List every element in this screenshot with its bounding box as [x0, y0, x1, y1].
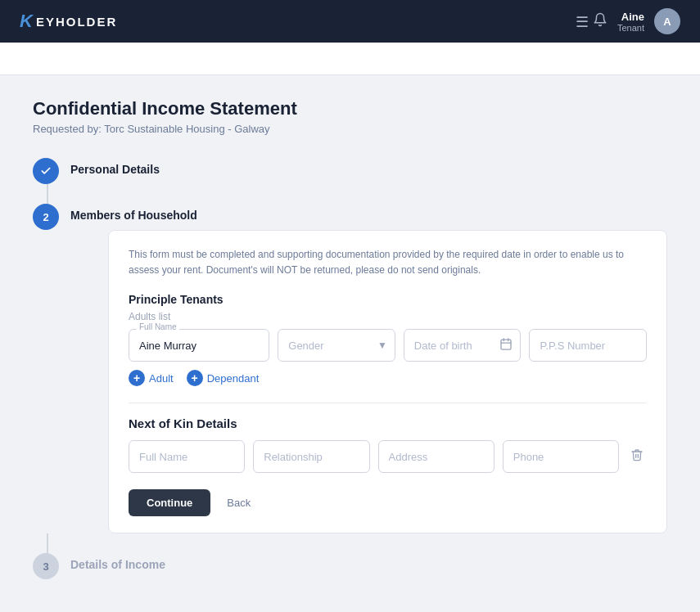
bell-icon[interactable]: ☰: [576, 12, 607, 31]
principle-tenants-title: Principle Tenants: [129, 293, 647, 306]
pps-input[interactable]: [529, 329, 647, 362]
step-2-content: This form must be completed and supporti…: [108, 230, 667, 533]
kin-address-wrapper: [378, 440, 495, 473]
kin-relationship-wrapper: [253, 440, 369, 473]
notice-text: This form must be completed and supporti…: [129, 247, 647, 278]
step-1-label: Personal Details: [70, 158, 160, 176]
main-content: Confidential Income Statement Requested …: [0, 75, 700, 602]
delete-kin-button[interactable]: [627, 442, 647, 471]
step-connector-1: [47, 184, 48, 204]
kin-phone-wrapper: [503, 440, 619, 473]
logo: K EYHOLDER: [20, 11, 117, 32]
sub-header: [0, 43, 700, 75]
dob-input[interactable]: [404, 329, 522, 362]
add-dependant-label: Dependant: [207, 372, 260, 385]
add-dependant-button[interactable]: + Dependant: [187, 370, 260, 386]
add-buttons: + Adult + Dependant: [129, 370, 647, 386]
top-header: K EYHOLDER ☰ Aine Tenant A: [0, 0, 700, 43]
logo-k-icon: K: [20, 11, 33, 32]
logo-text: EYHOLDER: [36, 15, 117, 29]
step-3-icon: 3: [33, 553, 59, 579]
step-3: 3 Details of Income: [33, 553, 667, 579]
action-buttons: Continue Back: [129, 489, 647, 516]
continue-button[interactable]: Continue: [129, 489, 210, 516]
page-title: Confidential Income Statement: [33, 98, 667, 119]
gender-select[interactable]: Gender Male Female Other: [278, 329, 395, 362]
kin-address-input[interactable]: [378, 440, 495, 473]
full-name-float-label: Full Name: [137, 322, 179, 331]
step-1: Personal Details: [33, 158, 667, 184]
step-2-icon: 2: [33, 204, 59, 230]
kin-row: [129, 440, 647, 473]
header-right: ☰ Aine Tenant A: [576, 8, 680, 34]
add-adult-button[interactable]: + Adult: [129, 370, 174, 386]
kin-fullname-input[interactable]: [129, 440, 245, 473]
step-2-label: Members of Household: [70, 204, 667, 222]
kin-section-title: Next of Kin Details: [129, 416, 647, 430]
full-name-input[interactable]: [129, 329, 269, 362]
stepper: Personal Details 2 Members of Household …: [33, 158, 667, 579]
add-dependant-icon: +: [187, 370, 203, 386]
adult-row: Full Name Gender Male Female Other ▼: [129, 329, 647, 362]
dob-wrapper: [404, 329, 522, 362]
kin-fullname-wrapper: [129, 440, 245, 473]
user-info: Aine Tenant: [617, 11, 644, 33]
trash-icon: [630, 448, 644, 461]
kin-relationship-input[interactable]: [253, 440, 369, 473]
adults-list-label: Adults list: [129, 311, 647, 322]
full-name-wrapper: Full Name: [129, 329, 269, 362]
step-connector-2: [47, 533, 48, 553]
step-3-label: Details of Income: [70, 553, 165, 571]
gender-wrapper: Gender Male Female Other ▼: [278, 329, 395, 362]
add-adult-icon: +: [129, 370, 145, 386]
pps-wrapper: [529, 329, 647, 362]
back-button[interactable]: Back: [220, 489, 257, 516]
page-subtitle: Requested by: Torc Sustainable Housing -…: [33, 123, 667, 135]
step-2: 2 Members of Household This form must be…: [33, 204, 667, 533]
kin-phone-input[interactable]: [503, 440, 619, 473]
step-1-icon: [33, 158, 59, 184]
divider: [129, 403, 647, 403]
avatar[interactable]: A: [654, 8, 680, 34]
add-adult-label: Adult: [149, 372, 174, 385]
user-name: Aine: [621, 11, 644, 23]
user-role: Tenant: [617, 23, 644, 33]
